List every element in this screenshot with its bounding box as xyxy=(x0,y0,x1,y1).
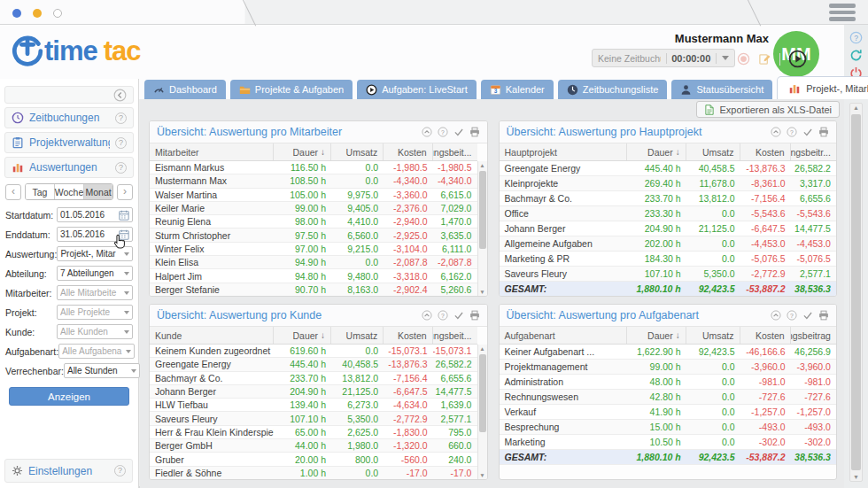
help-gray-icon[interactable]: ? xyxy=(438,310,448,321)
anzeigen-button[interactable]: Anzeigen xyxy=(9,387,129,406)
print-icon[interactable] xyxy=(469,127,480,137)
scroll-up-icon[interactable]: ▲ xyxy=(850,105,862,111)
tab-status-bersicht[interactable]: Statusübersicht xyxy=(671,80,772,99)
table-row[interactable]: Herr & Frau Klein Kinderspielzeug65.00 h… xyxy=(150,426,477,439)
help-gray-icon[interactable]: ? xyxy=(787,127,797,137)
table-row[interactable]: Bachmayr & Co.233.70 h13,812.0-7,156.46,… xyxy=(150,372,477,385)
main-scrollbar[interactable]: ▲ ▼ xyxy=(849,103,863,482)
period-option-tag[interactable]: Tag xyxy=(26,184,54,199)
column-header[interactable]: Umsatz xyxy=(686,327,740,344)
chevron-left-circle-icon[interactable] xyxy=(113,89,127,102)
table-row[interactable]: Berger Stefanie90.70 h8,163.0-2,902.45,2… xyxy=(150,283,477,296)
table-row[interactable]: Walser Martina105.00 h9,975.0-3,360.06,6… xyxy=(150,189,477,202)
sidebar-item-auswertungen[interactable]: Auswertungen? xyxy=(4,157,134,178)
column-header[interactable]: Hauptprojekt xyxy=(500,143,628,160)
table-row[interactable]: Berger GmbH44.00 h1,980.0-1,320.0660.0 xyxy=(150,439,477,453)
column-header[interactable]: Umsatz xyxy=(686,143,740,160)
table-row[interactable]: Johann Berger204.90 h21,125.0-6,647.514,… xyxy=(150,385,477,399)
panel-scrollbar[interactable]: ▲▼ xyxy=(477,161,487,296)
help-icon[interactable]: ? xyxy=(849,31,863,44)
select-field[interactable]: Alle Aufgabena xyxy=(58,344,135,359)
collapse-icon[interactable] xyxy=(771,310,781,321)
scroll-up-icon[interactable]: ▲ xyxy=(478,345,487,352)
sidebar-item-projektverwaltung[interactable]: Projektverwaltung? xyxy=(4,132,134,153)
select-field[interactable]: Alle Kunden xyxy=(57,324,133,339)
scroll-down-icon[interactable]: ▼ xyxy=(478,289,487,295)
table-row[interactable]: Greengate Energy445.40 h40,458.5-13,876.… xyxy=(150,358,477,371)
window-dot-blue[interactable] xyxy=(12,9,21,18)
help-icon[interactable]: ? xyxy=(114,465,126,476)
print-icon[interactable] xyxy=(818,310,829,321)
panel-scrollbar[interactable]: ▲▼ xyxy=(477,345,487,479)
period-option-woche[interactable]: Woche xyxy=(54,184,84,199)
select-field[interactable]: Alle Projekte xyxy=(57,305,133,320)
table-row[interactable]: Fiedler & Söhne1.00 h0.0-17.0-17.0 xyxy=(150,467,477,479)
table-row[interactable]: Sturm Christopher97.50 h6,560.0-2,925.03… xyxy=(150,229,477,242)
column-header[interactable]: Umsatz xyxy=(331,143,384,160)
date-field[interactable]: 31.05.2016 xyxy=(57,227,133,242)
help-gray-icon[interactable]: ? xyxy=(787,310,797,321)
sidebar-item-zeitbuchungen[interactable]: Zeitbuchungen? xyxy=(4,107,134,128)
table-row[interactable]: Allgemeine Aufgaben202.00 h0.0-4,453.0-4… xyxy=(500,236,837,252)
column-header[interactable]: Umsatz xyxy=(331,327,384,344)
panel-scrollbar-thumb[interactable] xyxy=(479,354,486,432)
check-icon[interactable] xyxy=(453,310,464,321)
scroll-down-icon[interactable]: ▼ xyxy=(850,474,862,480)
table-row[interactable]: Halpert Jim94.80 h9,480.0-3,318.06,162.0 xyxy=(150,269,477,283)
tab-kalender[interactable]: 3Kalender xyxy=(481,80,554,99)
help-gray-icon[interactable]: ? xyxy=(438,127,448,137)
column-header[interactable]: Aufgabenart xyxy=(500,327,628,344)
timer-widget[interactable]: Keine Zeitbuchung ... 00:00:00 xyxy=(592,49,735,67)
cal-small-icon[interactable] xyxy=(119,229,129,240)
table-row[interactable]: Klein Elisa94.90 h0.0-2,087.8-2,087.8 xyxy=(150,256,477,269)
note-icon[interactable] xyxy=(758,52,771,66)
check-icon[interactable] xyxy=(453,127,464,137)
column-header[interactable]: Kunde xyxy=(150,327,274,344)
select-field[interactable]: 7 Abteilungen xyxy=(57,266,133,281)
scroll-up-icon[interactable]: ▲ xyxy=(478,162,487,168)
scroll-down-icon[interactable]: ▼ xyxy=(478,472,487,478)
table-row[interactable]: Bachmayr & Co.233.70 h13,812.0-7,156.46,… xyxy=(500,191,837,206)
table-row[interactable]: Saveurs Fleury107.10 h5,350.0-2,772.92,5… xyxy=(500,267,837,282)
tab-active-auswertung[interactable]: Projekt-, Mitarbeiter, Kunden- Aufgabena… xyxy=(777,76,868,99)
record-icon[interactable] xyxy=(737,52,750,66)
column-header[interactable]: Dauer↓ xyxy=(627,143,686,160)
table-row[interactable]: Keinem Kunden zugeordnet619.60 h0.0-15,0… xyxy=(150,345,477,358)
help-icon[interactable]: ? xyxy=(115,137,127,149)
column-header[interactable]: Mitarbeiter xyxy=(150,143,274,160)
table-row[interactable]: Rechnungswesen42.80 h0.0-727.6-727.6 xyxy=(500,390,837,405)
export-xls-button[interactable]: Exportieren als XLS-Datei xyxy=(696,101,840,118)
cal-small-icon[interactable] xyxy=(119,210,129,221)
tab-projekte-aufgaben[interactable]: Projekte & Aufgaben xyxy=(230,80,353,99)
window-dot-white[interactable] xyxy=(53,9,62,18)
table-row[interactable]: Administration48.00 h0.0-981.0-981.0 xyxy=(500,375,837,390)
menu-icon[interactable] xyxy=(829,4,856,21)
select-field[interactable]: Projekt-, Mitar xyxy=(57,246,133,261)
column-header[interactable]: Deckungsbeit... xyxy=(433,143,477,160)
table-row[interactable]: Reunig Elena98.00 h4,410.0-2,940.01,470.… xyxy=(150,215,477,229)
collapse-icon[interactable] xyxy=(771,127,781,137)
play-circle-icon[interactable] xyxy=(788,50,807,68)
column-header[interactable]: Dauer↓ xyxy=(274,143,331,160)
column-header[interactable]: Kosten xyxy=(384,143,432,160)
help-icon[interactable]: ? xyxy=(115,162,127,174)
refresh-icon[interactable] xyxy=(849,49,863,62)
tab-zeitbuchungsliste[interactable]: Zeitbuchungsliste xyxy=(558,80,668,99)
collapse-icon[interactable] xyxy=(422,127,432,137)
period-next-button[interactable]: › xyxy=(117,184,133,200)
check-icon[interactable] xyxy=(802,127,813,137)
date-field[interactable]: 01.05.2016 xyxy=(57,207,133,222)
panel-scrollbar-thumb[interactable] xyxy=(479,171,486,249)
chevron-down-icon[interactable] xyxy=(722,56,729,60)
table-row[interactable]: Verkauf41.90 h0.0-1,257.0-1,257.0 xyxy=(500,405,837,420)
column-header[interactable]: Kosten xyxy=(384,327,432,344)
column-header[interactable]: Deckungsbeitrag xyxy=(791,327,836,344)
table-row[interactable]: Projektmanagement99.00 h0.0-3,960.0-3,96… xyxy=(500,360,837,375)
period-prev-button[interactable]: ‹ xyxy=(5,184,21,200)
table-row[interactable]: Besprechung15.00 h0.0-493.0-493.0 xyxy=(500,420,837,435)
table-row[interactable]: Winter Felix97.00 h9,215.0-3,104.06,111.… xyxy=(150,243,477,256)
column-header[interactable]: Dauer↓ xyxy=(627,327,686,344)
select-field[interactable]: Alle Mitarbeite xyxy=(57,285,133,300)
table-row[interactable]: Marketing10.50 h0.0-302.0-302.0 xyxy=(500,435,837,450)
table-row[interactable]: Kleinprojekte269.40 h11,678.0-8,361.03,3… xyxy=(500,176,837,191)
